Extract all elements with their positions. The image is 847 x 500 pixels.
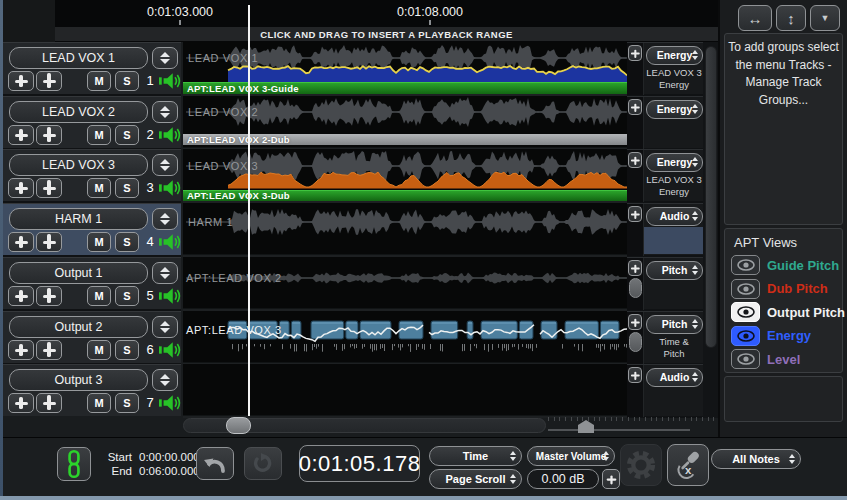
track-header-harm-1[interactable]: HARM 1 M S 4	[3, 203, 181, 255]
insert-process-button[interactable]	[36, 286, 62, 306]
waveform-display-area[interactable]: LEAD VOX 1 LEAD VOX 2 LEAD VOX 3 HARM 1 …	[183, 42, 627, 418]
zoom-slider-track[interactable]	[548, 429, 690, 431]
apt-dub-bar[interactable]: APT:LEAD VOX 2-Dub	[183, 134, 627, 146]
solo-button[interactable]: S	[115, 340, 139, 360]
speaker-icon[interactable]	[159, 70, 181, 92]
add-view-button[interactable]	[628, 99, 642, 115]
playhead-cursor[interactable]	[248, 5, 250, 416]
mute-button[interactable]: M	[87, 71, 111, 91]
add-session-button[interactable]	[8, 340, 34, 360]
add-session-button[interactable]	[8, 393, 34, 413]
eye-toggle-button[interactable]	[731, 255, 760, 275]
track-reorder-button[interactable]	[152, 154, 178, 176]
insert-process-button[interactable]	[36, 232, 62, 252]
solo-button[interactable]: S	[115, 286, 139, 306]
insert-process-button[interactable]	[36, 393, 62, 413]
horizontal-zoom-button[interactable]: ↔	[738, 5, 772, 31]
insert-process-button[interactable]	[36, 178, 62, 198]
tracks-vertical-scrollbar[interactable]	[703, 42, 718, 418]
track-reorder-button[interactable]	[152, 369, 178, 391]
view-select-dropdown[interactable]: Audio	[646, 207, 703, 226]
track-scroll-thumb[interactable]	[629, 332, 642, 352]
track-name-button[interactable]: Output 2	[9, 316, 148, 338]
add-view-button[interactable]	[628, 206, 642, 222]
horizontal-scroll-thumb[interactable]	[226, 417, 251, 434]
insert-process-button[interactable]	[36, 340, 62, 360]
speaker-icon[interactable]	[159, 124, 181, 146]
playback-range-hint-bar[interactable]: CLICK AND DRAG TO INSERT A PLAYBACK RANG…	[55, 27, 718, 41]
track-name-button[interactable]: LEAD VOX 2	[9, 101, 148, 123]
add-session-button[interactable]	[8, 178, 34, 198]
solo-button[interactable]: S	[115, 71, 139, 91]
mute-button[interactable]: M	[87, 178, 111, 198]
track-name-button[interactable]: LEAD VOX 3	[9, 154, 148, 176]
mute-button[interactable]: M	[87, 340, 111, 360]
solo-button[interactable]: S	[115, 393, 139, 413]
add-session-button[interactable]	[8, 232, 34, 252]
eye-toggle-button[interactable]	[731, 326, 760, 346]
monitor-mute-button[interactable]: x	[667, 444, 709, 486]
view-select-dropdown[interactable]: Pitch	[646, 261, 703, 280]
track-reorder-button[interactable]	[152, 316, 178, 338]
add-session-button[interactable]	[8, 286, 34, 306]
end-value[interactable]: 0:06:00.000	[139, 465, 200, 477]
add-session-button[interactable]	[8, 71, 34, 91]
solo-button[interactable]: S	[115, 178, 139, 198]
master-volume-dropdown[interactable]: Master Volume	[527, 446, 615, 466]
view-menu-button[interactable]: ▼	[810, 5, 840, 31]
apt-dub-bar[interactable]: APT:LEAD VOX 3-Dub	[183, 190, 627, 202]
link-selection-button[interactable]	[57, 447, 91, 481]
zoom-slider-thumb[interactable]	[578, 420, 594, 433]
insert-process-button[interactable]	[36, 71, 62, 91]
track-header-lead-vox-1[interactable]: LEAD VOX 1 M S 1	[3, 42, 181, 94]
vertical-zoom-button[interactable]: ↕	[776, 5, 806, 31]
playback-time-display[interactable]: 0:01:05.178	[299, 445, 420, 482]
solo-button[interactable]: S	[115, 125, 139, 145]
track-header-lead-vox-2[interactable]: LEAD VOX 2 M S 2	[3, 96, 181, 148]
track-header-output-3[interactable]: Output 3 M S 7	[3, 364, 181, 416]
solo-button[interactable]: S	[115, 232, 139, 252]
speaker-icon[interactable]	[159, 285, 181, 307]
view-select-dropdown[interactable]: Energy	[646, 100, 703, 119]
speaker-icon[interactable]	[159, 392, 181, 414]
add-view-button[interactable]	[628, 45, 642, 61]
redo-button[interactable]	[244, 447, 282, 480]
insert-process-button[interactable]	[36, 125, 62, 145]
track-reorder-button[interactable]	[152, 101, 178, 123]
undo-button[interactable]	[196, 447, 234, 480]
track-name-button[interactable]: LEAD VOX 1	[9, 47, 148, 69]
mute-button[interactable]: M	[87, 286, 111, 306]
view-select-dropdown[interactable]: Energy	[646, 153, 703, 172]
track-name-button[interactable]: Output 1	[9, 262, 148, 284]
eye-toggle-button[interactable]	[731, 279, 760, 299]
timeline-ruler[interactable]: 0:01:03.000 0:01:08.000 CLICK AND DRAG T…	[0, 0, 718, 42]
speaker-icon[interactable]	[159, 231, 181, 253]
mute-button[interactable]: M	[87, 232, 111, 252]
view-select-dropdown[interactable]: Energy	[646, 46, 703, 65]
add-view-button[interactable]	[628, 152, 642, 168]
eye-toggle-button[interactable]	[731, 302, 760, 322]
apt-guide-bar[interactable]: APT:LEAD VOX 3-Guide	[183, 82, 627, 94]
view-select-dropdown[interactable]: Pitch	[646, 315, 703, 334]
track-scroll-thumb[interactable]	[629, 278, 642, 298]
view-select-dropdown[interactable]: Audio	[646, 368, 703, 387]
track-reorder-button[interactable]	[152, 47, 178, 69]
vertical-scroll-thumb[interactable]	[705, 46, 717, 348]
start-value[interactable]: 0:00:00.000	[139, 451, 200, 463]
track-header-output-1[interactable]: Output 1 M S 5	[3, 257, 181, 309]
speaker-icon[interactable]	[159, 177, 181, 199]
track-name-button[interactable]: HARM 1	[9, 208, 148, 230]
track-reorder-button[interactable]	[152, 262, 178, 284]
notes-filter-dropdown[interactable]: All Notes	[711, 449, 801, 469]
eye-toggle-button[interactable]	[731, 349, 760, 369]
volume-reset-button[interactable]	[602, 469, 620, 489]
add-view-button[interactable]	[628, 260, 642, 276]
track-reorder-button[interactable]	[152, 208, 178, 230]
add-session-button[interactable]	[8, 125, 34, 145]
mute-button[interactable]: M	[87, 125, 111, 145]
settings-button[interactable]	[620, 444, 662, 486]
add-view-button[interactable]	[628, 314, 642, 330]
mute-button[interactable]: M	[87, 393, 111, 413]
speaker-icon[interactable]	[159, 339, 181, 361]
add-view-button[interactable]	[628, 367, 642, 383]
